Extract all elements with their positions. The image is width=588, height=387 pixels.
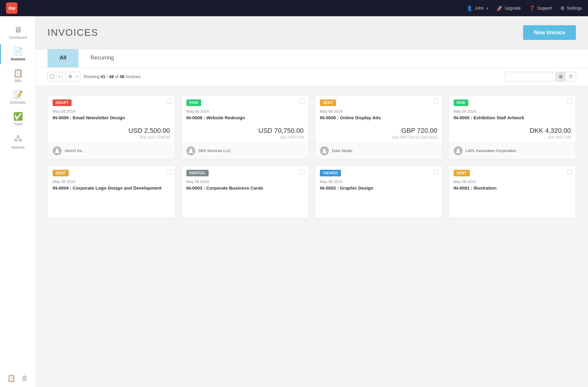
showing-range: 41 - 48 bbox=[101, 74, 114, 79]
sidebar-item-network[interactable]: Network bbox=[0, 130, 35, 153]
dashboard-icon: 🖥 bbox=[14, 26, 22, 34]
copy-icon[interactable]: 📋 bbox=[7, 374, 15, 382]
select-caret-icon[interactable]: ▾ bbox=[57, 75, 62, 78]
card-date: May 08 2014 bbox=[186, 179, 304, 184]
tabs: All Recurring bbox=[47, 49, 576, 67]
invoice-card[interactable]: PAID May 08 2014 IN-0008 : Website Redes… bbox=[181, 95, 309, 159]
sidebar-item-dashboard[interactable]: 🖥 Dashboard bbox=[0, 22, 35, 43]
showing-text: Showing 41 - 48 of 48 invoices bbox=[83, 74, 141, 79]
card-checkbox-6[interactable] bbox=[434, 169, 439, 174]
card-title: IN-0006 : Online Display Ads bbox=[320, 115, 437, 121]
card-checkbox-0[interactable] bbox=[167, 99, 171, 104]
sidebar-item-track[interactable]: ✅ Track bbox=[0, 109, 35, 129]
topnav-right: 👤 John ▾ 🚀 Upgrade ❓ Support ⚙ Settings bbox=[467, 5, 582, 11]
upgrade-label: Upgrade bbox=[505, 6, 521, 11]
card-date: May 08 2014 bbox=[320, 109, 437, 114]
trash-icon[interactable]: 🗑 bbox=[21, 374, 28, 382]
status-badge: PAID bbox=[454, 99, 469, 106]
status-badge: VIEWED bbox=[320, 170, 341, 176]
support-button[interactable]: ❓ Support bbox=[529, 5, 552, 11]
card-footer: Atom3 Inc. bbox=[48, 142, 175, 159]
sidebar-item-estimates[interactable]: 📝 Estimates bbox=[0, 87, 35, 108]
new-invoice-button[interactable]: New Invoice bbox=[523, 25, 576, 40]
sidebar-label-track: Track bbox=[14, 122, 23, 126]
invoice-card[interactable]: PAID May 08 2014 IN-0005 : Exhibition St… bbox=[449, 95, 576, 159]
tab-recurring[interactable]: Recurring bbox=[78, 49, 126, 67]
card-title: IN-0008 : Website Redesign bbox=[186, 115, 304, 121]
card-footer: SBS Services LLC. bbox=[182, 142, 309, 159]
card-top: PAID May 08 2014 IN-0008 : Website Redes… bbox=[182, 95, 309, 124]
list-view-button[interactable]: ☰ bbox=[566, 72, 576, 81]
grid-view-button[interactable]: ⊞ bbox=[556, 72, 566, 81]
sidebar-item-bills[interactable]: 📋 Bills bbox=[0, 66, 35, 86]
card-due: Due GBP 720.00 (182 days) bbox=[320, 135, 437, 139]
status-badge: DRAFT bbox=[53, 99, 72, 106]
actions-gear-icon: ⚙ bbox=[66, 74, 75, 79]
invoice-card[interactable]: SENT May 08 2014 IN-0001 : Illustration bbox=[449, 165, 576, 218]
status-badge: SENT bbox=[53, 170, 69, 176]
actions-button[interactable]: ⚙ ▾ bbox=[66, 72, 80, 81]
svg-point-1 bbox=[14, 139, 16, 141]
card-checkbox-1[interactable] bbox=[300, 99, 305, 104]
showing-of: of bbox=[115, 74, 120, 79]
rocket-icon: 🚀 bbox=[497, 5, 503, 11]
card-footer: Duet Studio bbox=[315, 142, 442, 159]
avatar bbox=[53, 146, 62, 155]
card-checkbox-2[interactable] bbox=[434, 99, 439, 104]
card-amount-area: USD 70,750.00 Due USD 0.00 bbox=[182, 124, 309, 142]
invoices-icon: 📄 bbox=[13, 47, 23, 55]
card-title: IN-0005 : Exhibition Stall Artwork bbox=[454, 115, 571, 121]
invoices-area: DRAFT May 08 2014 IN-0009 : Email Newsle… bbox=[35, 86, 588, 227]
card-checkbox-5[interactable] bbox=[300, 169, 305, 174]
settings-button[interactable]: ⚙ Settings bbox=[560, 5, 582, 11]
status-badge: SENT bbox=[454, 170, 470, 176]
user-menu[interactable]: 👤 John ▾ bbox=[467, 5, 488, 11]
estimates-icon: 📝 bbox=[13, 91, 23, 99]
search-input[interactable] bbox=[508, 75, 558, 79]
card-due: Due USD 2,500.00 bbox=[53, 135, 170, 139]
avatar bbox=[186, 146, 195, 155]
svg-line-3 bbox=[15, 137, 18, 139]
tab-all[interactable]: All bbox=[47, 49, 78, 67]
select-checkbox[interactable] bbox=[48, 75, 57, 79]
svg-point-0 bbox=[17, 136, 19, 137]
sidebar-bottom-actions: 📋 🗑 bbox=[7, 370, 28, 387]
card-footer: L&PL Associates Corporation bbox=[449, 142, 576, 159]
card-amount-area: USD 2,500.00 Due USD 2,500.00 bbox=[48, 124, 175, 142]
invoice-card[interactable]: SENT May 08 2014 IN-0006 : Online Displa… bbox=[315, 95, 443, 159]
invoice-grid: DRAFT May 08 2014 IN-0009 : Email Newsle… bbox=[47, 95, 576, 218]
showing-suffix: invoices bbox=[125, 74, 141, 79]
sidebar-label-network: Network bbox=[11, 145, 25, 150]
search-box[interactable]: 🔍 bbox=[505, 72, 553, 81]
client-name: SBS Services LLC. bbox=[198, 148, 232, 153]
logo[interactable]: dnp bbox=[6, 2, 17, 14]
sidebar-item-invoices[interactable]: 📄 Invoices bbox=[0, 44, 35, 64]
card-top: SENT May 08 2014 IN-0001 : Illustration bbox=[449, 166, 576, 194]
page-header: INVOICES New Invoice bbox=[35, 16, 588, 49]
upgrade-button[interactable]: 🚀 Upgrade bbox=[497, 5, 521, 11]
svg-point-10 bbox=[457, 149, 459, 151]
card-top: VIEWED May 08 2014 IN-0002 : Graphic Des… bbox=[315, 166, 442, 194]
invoice-card[interactable]: SENT May 08 2014 IN-0004 : Corporate Log… bbox=[47, 165, 175, 218]
client-name: Atom3 Inc. bbox=[65, 148, 83, 153]
main-content: INVOICES New Invoice All Recurring ▾ ⚙ bbox=[35, 16, 588, 387]
card-checkbox-4[interactable] bbox=[167, 169, 171, 174]
card-checkbox-3[interactable] bbox=[567, 99, 572, 104]
card-top: PARTIAL May 08 2014 IN-0003 : Corporate … bbox=[182, 166, 309, 194]
svg-point-2 bbox=[20, 139, 22, 141]
network-icon bbox=[14, 134, 22, 144]
invoice-card[interactable]: PARTIAL May 08 2014 IN-0003 : Corporate … bbox=[181, 165, 309, 218]
card-date: May 08 2014 bbox=[320, 179, 437, 184]
invoice-card[interactable]: VIEWED May 08 2014 IN-0002 : Graphic Des… bbox=[315, 165, 443, 218]
card-top: DRAFT May 08 2014 IN-0009 : Email Newsle… bbox=[48, 95, 175, 124]
topnav: dnp 👤 John ▾ 🚀 Upgrade ❓ Support ⚙ Setti… bbox=[0, 0, 588, 16]
card-top: PAID May 08 2014 IN-0005 : Exhibition St… bbox=[449, 95, 576, 124]
actions-caret-icon[interactable]: ▾ bbox=[75, 75, 80, 78]
select-button[interactable]: ▾ bbox=[47, 72, 63, 81]
card-checkbox-7[interactable] bbox=[567, 169, 572, 174]
client-name: Duet Studio bbox=[332, 148, 352, 153]
invoice-card[interactable]: DRAFT May 08 2014 IN-0009 : Email Newsle… bbox=[47, 95, 175, 159]
sidebar-label-invoices: Invoices bbox=[11, 57, 25, 61]
avatar bbox=[320, 146, 329, 155]
card-top: SENT May 08 2014 IN-0004 : Corporate Log… bbox=[48, 166, 175, 194]
